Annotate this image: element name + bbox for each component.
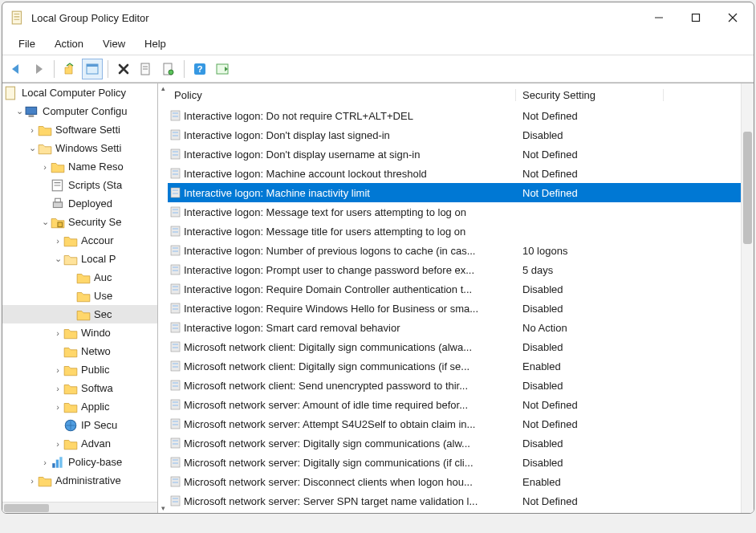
tree-software-settings[interactable]: › Software Setti: [2, 120, 157, 139]
policy-row[interactable]: Interactive logon: Prompt user to change…: [168, 260, 741, 279]
svg-rect-69: [173, 347, 178, 348]
tree-name-resolution[interactable]: › Name Reso: [2, 157, 157, 176]
collapse-icon[interactable]: ⌄: [26, 143, 38, 153]
properties-button[interactable]: [158, 59, 179, 79]
tree-ip-security[interactable]: IP Secu: [2, 416, 157, 434]
expand-icon[interactable]: ›: [52, 439, 63, 449]
tree-network-list[interactable]: Netwo: [2, 342, 157, 360]
policy-setting: Disabled: [516, 341, 563, 353]
column-header-setting[interactable]: Security Setting: [516, 89, 664, 101]
policy-row[interactable]: Interactive logon: Require Domain Contro…: [168, 279, 741, 299]
collapse-icon[interactable]: ⌄: [14, 106, 25, 116]
tree-policy-based[interactable]: › Policy-base: [2, 453, 157, 471]
svg-rect-41: [173, 170, 178, 172]
tree-admin-templates[interactable]: › Administrative: [2, 471, 157, 490]
delete-button[interactable]: [113, 59, 134, 79]
tree-windows-settings[interactable]: ⌄ Windows Setti: [2, 139, 157, 157]
svg-rect-81: [173, 424, 178, 425]
policy-row[interactable]: Interactive logon: Message title for use…: [168, 222, 741, 241]
expand-icon[interactable]: ›: [52, 328, 63, 338]
tree-security-settings[interactable]: ⌄ Security Se: [2, 213, 157, 231]
policy-row[interactable]: Microsoft network server: Digitally sign…: [168, 433, 741, 453]
expand-icon[interactable]: ›: [39, 162, 51, 172]
policy-root-icon: [4, 86, 18, 100]
policy-row[interactable]: Interactive logon: Machine inactivity li…: [168, 183, 741, 202]
menu-action[interactable]: Action: [47, 35, 91, 53]
expand-icon[interactable]: ›: [39, 458, 51, 467]
policy-setting: 5 days: [516, 264, 553, 276]
policy-row[interactable]: Interactive logon: Do not require CTRL+A…: [168, 106, 741, 125]
expand-icon[interactable]: ›: [52, 365, 63, 375]
minimize-button[interactable]: [641, 6, 677, 30]
maximize-button[interactable]: [678, 6, 713, 30]
tree-deployed[interactable]: Deployed: [2, 194, 157, 213]
show-hide-tree-button[interactable]: [82, 59, 103, 79]
tree-scripts[interactable]: Scripts (Sta: [2, 176, 157, 194]
scroll-up-icon[interactable]: ▴: [158, 83, 168, 93]
policy-row[interactable]: Interactive logon: Require Windows Hello…: [168, 299, 741, 318]
collapse-icon[interactable]: ⌄: [52, 254, 63, 264]
policy-row[interactable]: Interactive logon: Machine account locko…: [168, 164, 741, 183]
back-button[interactable]: [6, 59, 26, 79]
policy-row[interactable]: Microsoft network server: Server SPN tar…: [168, 491, 741, 511]
expand-icon[interactable]: ›: [26, 125, 38, 135]
menu-view[interactable]: View: [95, 35, 133, 53]
tree-local-policies[interactable]: ⌄ Local P: [2, 250, 157, 268]
expand-icon[interactable]: ›: [52, 384, 63, 393]
tree-root[interactable]: Local Computer Policy: [2, 83, 157, 102]
tree-label: Computer Configu: [43, 105, 128, 117]
folder-icon: [38, 474, 52, 488]
policy-row[interactable]: Microsoft network server: Disconnect cli…: [168, 472, 741, 491]
policy-item-icon: [168, 456, 184, 469]
close-button[interactable]: [715, 6, 750, 30]
scroll-down-icon[interactable]: ▾: [158, 503, 168, 513]
policy-row[interactable]: Microsoft network client: Digitally sign…: [168, 337, 741, 356]
tree-application-control[interactable]: › Applic: [2, 397, 157, 416]
toolbar-separator: [54, 60, 55, 78]
left-mini-scroll[interactable]: ▴ ▾: [158, 83, 168, 513]
policy-row[interactable]: Interactive logon: Smart card removal be…: [168, 318, 741, 337]
svg-rect-35: [173, 132, 178, 133]
policy-row[interactable]: Interactive logon: Message text for user…: [168, 202, 741, 222]
expand-icon[interactable]: [65, 310, 76, 319]
tree-security-options[interactable]: Sec: [2, 305, 157, 323]
tree-audit[interactable]: Auc: [2, 268, 157, 287]
tree-computer-config[interactable]: ⌄ Computer Configu: [2, 102, 157, 120]
policy-name: Interactive logon: Do not require CTRL+A…: [184, 110, 516, 122]
svg-rect-83: [173, 440, 178, 441]
tree-pane[interactable]: Local Computer Policy ⌄ Computer Configu…: [2, 83, 158, 513]
column-header-policy[interactable]: Policy: [168, 89, 516, 101]
tree-horizontal-scrollbar[interactable]: [2, 502, 157, 513]
tree-user-rights[interactable]: Use: [2, 287, 157, 305]
policy-item-icon: [168, 437, 184, 450]
vertical-scrollbar[interactable]: [741, 83, 754, 513]
collapse-icon[interactable]: ⌄: [39, 217, 51, 227]
tree-public-key[interactable]: › Public: [2, 360, 157, 379]
up-button[interactable]: [59, 59, 80, 79]
policy-row[interactable]: Microsoft network server: Amount of idle…: [168, 395, 741, 414]
scrollbar-thumb[interactable]: [743, 132, 752, 244]
policy-row[interactable]: Interactive logon: Don't display usernam…: [168, 144, 741, 164]
policy-row[interactable]: Microsoft network client: Digitally sign…: [168, 356, 741, 376]
expand-icon[interactable]: ›: [52, 402, 63, 412]
scrollbar-thumb[interactable]: [4, 504, 49, 512]
policy-row[interactable]: Microsoft network client: Send unencrypt…: [168, 376, 741, 395]
help-button[interactable]: ?: [189, 59, 210, 79]
tree-windows-firewall[interactable]: › Windo: [2, 323, 157, 342]
expand-icon[interactable]: ›: [52, 236, 63, 246]
tree-account[interactable]: › Accour: [2, 231, 157, 250]
title-bar[interactable]: Local Group Policy Editor: [2, 2, 754, 33]
export-list-button[interactable]: [136, 59, 156, 79]
expand-icon[interactable]: ›: [26, 476, 38, 486]
policy-row[interactable]: Interactive logon: Number of previous lo…: [168, 241, 741, 260]
menu-file[interactable]: File: [10, 35, 43, 53]
policy-row[interactable]: Microsoft network server: Attempt S4U2Se…: [168, 414, 741, 433]
policy-row[interactable]: Microsoft network server: Digitally sign…: [168, 453, 741, 472]
menu-help[interactable]: Help: [136, 35, 174, 53]
filter-button[interactable]: [212, 59, 233, 79]
policy-row[interactable]: Interactive logon: Don't display last si…: [168, 125, 741, 144]
svg-rect-25: [55, 198, 61, 202]
tree-software-restrict[interactable]: › Softwa: [2, 379, 157, 397]
tree-advanced-audit[interactable]: › Advan: [2, 434, 157, 453]
forward-button[interactable]: [28, 59, 49, 79]
